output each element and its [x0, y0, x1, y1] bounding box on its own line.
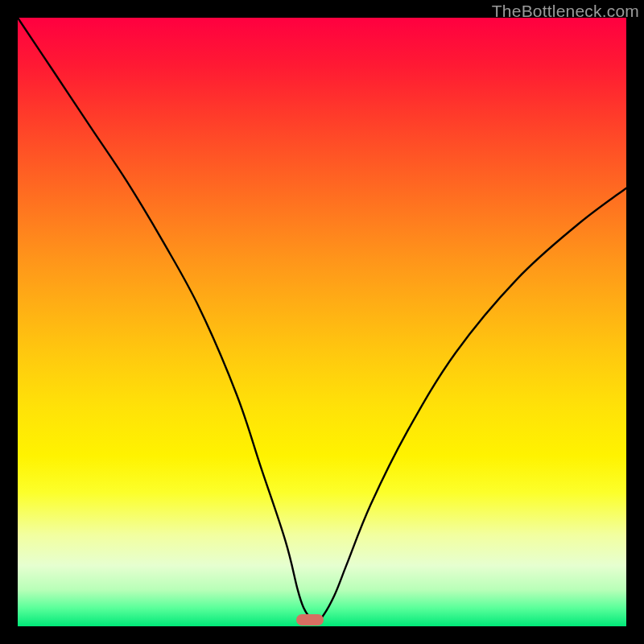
- optimum-marker: [296, 614, 324, 625]
- watermark-text: TheBottleneck.com: [492, 2, 639, 21]
- chart-frame: TheBottleneck.com: [0, 0, 644, 644]
- plot-area: [18, 18, 626, 626]
- bottleneck-curve: [18, 18, 626, 626]
